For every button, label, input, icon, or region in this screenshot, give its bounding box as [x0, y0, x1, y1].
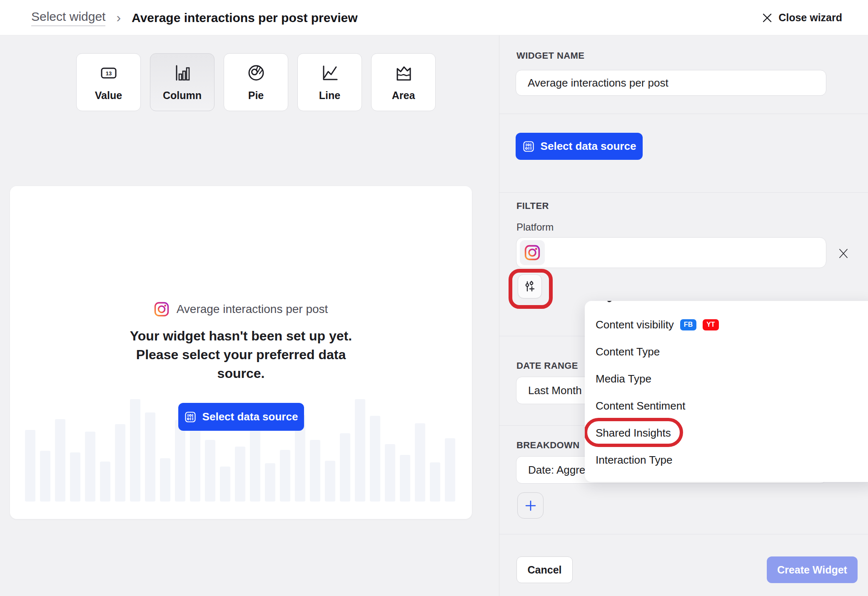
menu-item-label: Content visibility [596, 318, 674, 331]
pie-widget-icon [246, 63, 266, 83]
widget-type-selector: 13 Value Column Pie [76, 53, 436, 111]
date-range-label: DATE RANGE [516, 360, 578, 371]
menu-item-label: Content Type [596, 345, 660, 358]
preview-bar [130, 399, 140, 502]
add-breakdown-button[interactable] [517, 492, 544, 519]
breadcrumb-select-widget[interactable]: Select widget [31, 10, 105, 26]
menu-item-shared-insights[interactable]: Shared Insights [596, 425, 671, 441]
remove-platform-filter-button[interactable] [837, 247, 850, 260]
preview-bar [70, 452, 80, 502]
preview-bar [265, 463, 275, 502]
breakdown-label: BREAKDOWN [516, 440, 579, 451]
value-widget-icon: 13 [99, 63, 119, 83]
data-source-icon [184, 411, 197, 423]
preview-bar [280, 450, 290, 502]
wizard-topbar: Select widget › Average interactions per… [0, 0, 868, 35]
preview-bar [85, 432, 95, 502]
preview-bar [250, 425, 260, 502]
preview-bar [40, 451, 50, 502]
data-source-icon [522, 140, 535, 153]
widget-name-label: WIDGET NAME [516, 50, 584, 61]
preview-bar [445, 438, 455, 502]
add-filter-button[interactable] [518, 274, 542, 298]
widget-type-label: Value [95, 89, 122, 102]
preview-bar [355, 399, 365, 502]
preview-bar [415, 423, 425, 502]
select-data-source-button[interactable]: Select data source [516, 133, 643, 160]
preview-bar [370, 416, 380, 502]
widget-type-label: Line [319, 89, 340, 102]
menu-item-content-sentiment[interactable]: Content Sentiment [596, 397, 685, 414]
line-widget-icon [320, 63, 340, 83]
facebook-badge: FB [680, 319, 696, 330]
menu-item-label: Shared Insights [596, 427, 671, 440]
menu-item-label: Content Sentiment [596, 400, 685, 412]
menu-item-label: Interaction Type [596, 454, 673, 467]
close-wizard-label: Close wizard [778, 12, 842, 24]
widget-type-label: Column [163, 89, 202, 102]
breakdown-value: Date: Aggreg [528, 464, 591, 477]
preview-empty-message: Your widget hasn't been set up yet. Plea… [125, 327, 358, 383]
widget-type-label: Pie [248, 89, 264, 102]
date-range-value: Last Month [528, 384, 582, 397]
instagram-icon [524, 245, 540, 261]
menu-item-media-type[interactable]: Media Type [596, 370, 651, 387]
widget-preview-card: Average interactions per post Your widge… [10, 186, 472, 519]
close-wizard-button[interactable]: Close wizard [762, 0, 842, 35]
filter-options-menu: Content visibility FB YT Content Type Me… [585, 301, 868, 482]
preview-bar [325, 461, 335, 502]
filter-section-label: FILTER [516, 201, 549, 211]
preview-bar [340, 433, 350, 502]
preview-bar [385, 444, 395, 502]
menu-item-label: Media Type [596, 372, 651, 385]
preview-select-data-source-label: Select data source [202, 410, 298, 423]
preview-bar [205, 440, 215, 502]
filter-sliders-plus-icon [523, 280, 536, 293]
preview-bar [220, 467, 230, 502]
youtube-badge: YT [703, 319, 718, 330]
footer-divider [499, 534, 868, 534]
svg-text:13: 13 [105, 70, 111, 77]
platform-label: Platform [516, 221, 554, 233]
widget-type-area[interactable]: Area [371, 53, 436, 111]
preview-select-data-source-button[interactable]: Select data source [178, 403, 304, 431]
preview-bar [430, 462, 440, 502]
preview-bar [175, 420, 185, 502]
preview-bar [25, 430, 35, 502]
create-widget-button[interactable]: Create Widget [767, 556, 858, 583]
breadcrumb-chevron-icon: › [116, 10, 121, 25]
preview-widget-title: Average interactions per post [177, 303, 328, 316]
platform-value-chip [520, 240, 545, 265]
section-divider [499, 114, 868, 114]
clipped-menu-item-fragment [606, 301, 615, 305]
widget-type-label: Area [392, 89, 415, 102]
preview-bar [100, 462, 110, 502]
preview-bar [160, 458, 170, 502]
select-data-source-label: Select data source [541, 140, 636, 153]
platform-filter-select[interactable] [516, 237, 826, 268]
column-widget-icon [172, 63, 192, 83]
preview-bar [235, 447, 245, 502]
widget-type-value[interactable]: 13 Value [76, 53, 141, 111]
close-icon [762, 12, 773, 23]
preview-bar [55, 419, 65, 502]
menu-item-interaction-type[interactable]: Interaction Type [596, 452, 673, 468]
widget-type-pie[interactable]: Pie [224, 53, 288, 111]
preview-bar [310, 440, 320, 502]
plus-icon [524, 499, 537, 512]
area-widget-icon [394, 63, 414, 83]
menu-item-content-visibility[interactable]: Content visibility FB YT [596, 316, 719, 333]
instagram-icon [154, 302, 169, 317]
menu-item-content-type[interactable]: Content Type [596, 343, 660, 360]
preview-bar [145, 412, 155, 502]
page-title: Average interactions per post preview [132, 11, 357, 25]
panel-divider [499, 35, 499, 596]
widget-type-column[interactable]: Column [150, 53, 215, 111]
widget-name-input[interactable] [516, 70, 826, 96]
widget-type-line[interactable]: Line [297, 53, 362, 111]
section-divider [499, 192, 868, 193]
preview-bar [400, 455, 410, 502]
cancel-button[interactable]: Cancel [516, 556, 573, 583]
preview-bar [115, 424, 125, 502]
breadcrumb: Select widget › Average interactions per… [31, 0, 358, 35]
